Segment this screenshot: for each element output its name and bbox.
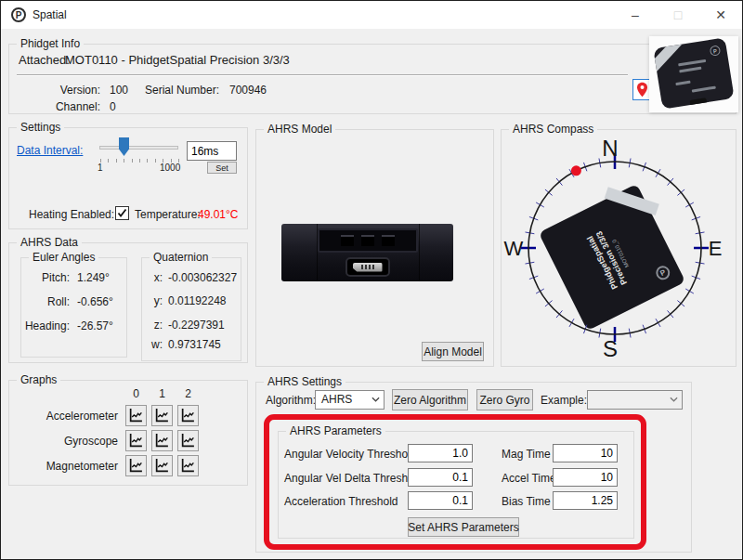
roll-value: -0.656° [77,295,113,308]
ahrs-data-group-label: AHRS Data [17,236,82,249]
channel-label: Channel: [28,100,100,113]
compass-east-label: E [709,237,723,260]
line-chart-icon [154,458,170,474]
quat-w-label: w: [150,338,163,351]
compass-south-label: S [603,336,618,361]
serial-number-value: 700946 [229,84,267,97]
euler-angles-group: Euler Angles Pitch: 1.249° Roll: -0.656°… [20,257,127,358]
line-chart-icon [128,458,144,474]
temperature-label: Temperature: [135,208,201,221]
checkmark-icon [117,208,127,218]
graph-button-accelerometer-0[interactable] [125,405,147,426]
compass-west-label: W [504,237,524,260]
accel-time-label: Accel Time [502,472,556,485]
acceleration-threshold-label: Acceleration Threshold [284,495,398,508]
bias-time-label: Bias Time [502,495,551,508]
data-interval-slider-track[interactable] [99,146,178,150]
graph-button-magnetometer-1[interactable] [151,455,173,476]
graph-button-gyroscope-1[interactable] [151,430,173,451]
maximize-button: □ [657,1,699,29]
algorithm-select[interactable]: AHRS [315,390,385,410]
slider-min-label: 1 [98,163,103,173]
heating-enabled-label: Heating Enabled: [29,208,114,221]
data-interval-input[interactable] [187,141,237,161]
line-chart-icon [154,408,170,423]
attached-value: MOT0110 - PhidgetSpatial Precision 3/3/3 [65,53,290,67]
channel-value: 0 [110,100,116,113]
close-button[interactable]: ✕ [699,1,742,29]
phidgets-logo-icon: P [11,7,26,22]
accel-time-input[interactable] [553,468,618,487]
heating-enabled-checkbox[interactable] [115,206,129,220]
quat-z-label: z: [150,319,163,332]
quaternion-group: Quaternion x: -0.003062327 y: 0.01192248… [141,257,241,361]
angular-vel-delta-threshold-label: Angular Vel Delta Threshold [284,472,423,485]
ahrs-model-group-label: AHRS Model [264,123,335,136]
window-title: Spatial [33,8,67,21]
mag-time-label: Mag Time [502,448,551,461]
heading-label: Heading: [20,319,70,332]
phidgets-logo-icon: P [710,45,722,57]
acceleration-threshold-input[interactable] [408,491,473,510]
chevron-down-icon [372,397,380,402]
set-interval-button[interactable]: Set [207,162,237,174]
phidget-info-group-label: Phidget Info [17,37,84,50]
ahrs-parameters-group-label: AHRS Parameters [286,424,385,437]
mag-time-input[interactable] [553,444,618,462]
quat-x-label: x: [150,271,163,284]
example-label: Example: [541,394,587,407]
version-label: Version: [28,84,100,97]
pitch-label: Pitch: [25,271,70,284]
graph-button-accelerometer-2[interactable] [177,405,199,426]
attached-label: Attached: [19,53,70,67]
ahrs-parameters-group: AHRS Parameters Angular Velocity Thresho… [278,431,634,539]
line-chart-icon [180,408,196,423]
angular-velocity-threshold-label: Angular Velocity Threshold [284,448,417,461]
graph-button-accelerometer-1[interactable] [151,405,173,426]
divider [17,74,628,76]
device-photo-connector [689,98,707,108]
settings-group-label: Settings [17,121,64,134]
zero-algorithm-button[interactable]: Zero Algorithm [392,389,468,410]
quat-w-value: 0.9731745 [168,338,221,351]
example-select[interactable] [587,390,683,410]
euler-angles-group-label: Euler Angles [29,251,98,264]
phidget-info-group: Phidget Info Attached: MOT0110 - Phidget… [8,44,736,114]
bias-time-input[interactable] [553,491,618,510]
temperature-value: 49.01°C [198,208,239,221]
device-photo-board: P [653,37,734,109]
graph-button-gyroscope-2[interactable] [177,430,199,451]
gyroscope-label: Gyroscope [19,435,118,448]
set-ahrs-parameters-button[interactable]: Set AHRS Parameters [408,517,519,537]
angular-vel-delta-threshold-input[interactable] [408,468,473,487]
compass-north-label: N [602,136,618,161]
model-usb-port [345,257,390,277]
model-connector [318,228,418,253]
ahrs-settings-group: AHRS Settings Algorithm: AHRS Zero Algor… [255,382,692,553]
angular-velocity-threshold-input[interactable] [408,444,473,462]
graph-button-magnetometer-0[interactable] [125,455,147,476]
graphs-group: Graphs 0 1 2 Accelerometer Gyroscope Mag… [8,380,248,486]
graph-column-1: 1 [151,387,173,400]
quaternion-group-label: Quaternion [150,251,212,264]
graph-button-gyroscope-0[interactable] [125,430,147,451]
line-chart-icon [180,458,196,474]
version-value: 100 [110,84,128,97]
zero-gyro-button[interactable]: Zero Gyro [476,389,533,410]
ahrs-data-group: AHRS Data Euler Angles Pitch: 1.249° Rol… [8,242,248,363]
heading-value: -26.57° [77,319,113,332]
line-chart-icon [180,433,196,449]
graph-column-0: 0 [125,387,147,400]
minimize-button[interactable]: – [614,1,657,29]
data-interval-slider-thumb[interactable] [119,137,129,156]
align-model-button[interactable]: Align Model [422,342,484,361]
line-chart-icon [154,433,170,449]
data-interval-link[interactable]: Data Interval: [17,144,83,157]
slider-max-label: 1000 [160,163,180,173]
location-pin-icon [636,82,648,98]
device-3d-model [281,224,453,281]
graphs-group-label: Graphs [17,373,60,386]
quat-z-value: -0.2297391 [168,319,225,332]
graph-button-magnetometer-2[interactable] [177,455,199,476]
quat-x-value: -0.003062327 [168,271,237,284]
